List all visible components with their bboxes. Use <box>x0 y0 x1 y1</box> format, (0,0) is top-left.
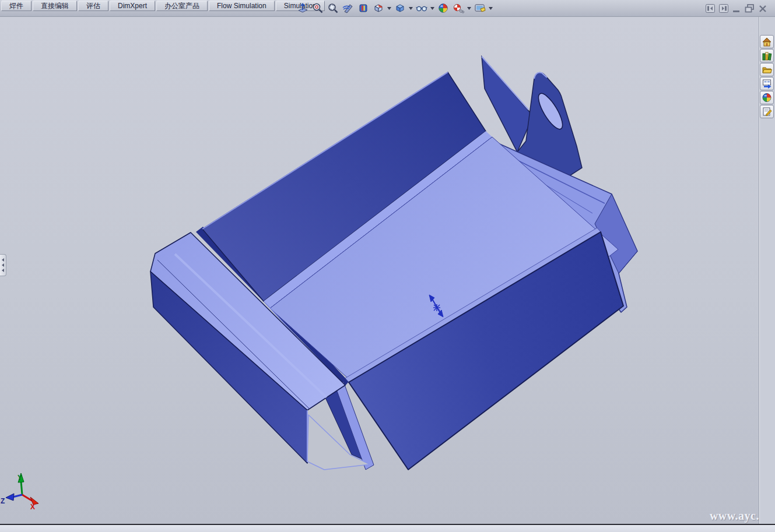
status-bar <box>0 525 775 532</box>
triad-z-label: Z <box>1 497 5 505</box>
section-view-icon[interactable] <box>357 2 370 15</box>
command-manager-bar: 焊件 直接编辑 评估 DimXpert 办公室产品 Flow Simulatio… <box>0 0 775 17</box>
design-library-icon[interactable] <box>760 49 774 62</box>
edit-appearance-dropdown-arrow[interactable] <box>467 2 471 15</box>
zoom-to-area-icon[interactable] <box>327 2 339 15</box>
feature-panel-splitter-handle[interactable] <box>0 254 6 276</box>
tab-direct-editing[interactable]: 直接编辑 <box>33 1 77 11</box>
tab-dimxpert[interactable]: DimXpert <box>110 1 155 11</box>
tab-office-products[interactable]: 办公室产品 <box>156 1 208 11</box>
ribbon-tab-bar: 焊件 直接编辑 评估 DimXpert 办公室产品 Flow Simulatio… <box>1 1 325 11</box>
edit-appearance-icon[interactable] <box>452 2 465 15</box>
previous-view-icon[interactable] <box>342 2 355 15</box>
toggle-left-panel-button[interactable] <box>706 4 715 13</box>
tab-weldments[interactable]: 焊件 <box>1 1 31 11</box>
appearances-scenes-icon[interactable] <box>760 91 774 104</box>
view-settings-icon[interactable] <box>474 2 486 15</box>
hide-show-items-dropdown-arrow[interactable] <box>430 2 434 15</box>
triad-y-label: Y <box>17 474 22 482</box>
left-arrow-icon <box>2 269 4 272</box>
window-controls <box>706 4 767 13</box>
solidworks-resources-home-icon[interactable] <box>760 35 774 48</box>
heads-up-view-toolbar <box>296 2 493 15</box>
normal-to-icon[interactable] <box>296 2 309 15</box>
minimize-button[interactable] <box>732 4 741 13</box>
tab-flow-simulation[interactable]: Flow Simulation <box>209 1 275 11</box>
custom-properties-icon[interactable] <box>760 105 774 118</box>
reference-triad: Y X Z <box>1 473 38 511</box>
display-style-icon[interactable] <box>394 2 406 15</box>
toggle-right-panel-button[interactable] <box>719 4 728 13</box>
triad-x-label: X <box>30 503 35 511</box>
close-icon[interactable] <box>759 4 767 13</box>
file-explorer-folder-icon[interactable] <box>760 63 774 76</box>
hide-show-items-icon[interactable] <box>415 2 428 15</box>
part-canvas: Y X Z <box>0 0 775 532</box>
task-pane-strip <box>759 16 775 524</box>
view-orientation-icon[interactable] <box>372 2 385 15</box>
tab-evaluate[interactable]: 评估 <box>78 1 108 11</box>
display-style-dropdown-arrow[interactable] <box>409 2 413 15</box>
restore-button[interactable] <box>745 4 755 13</box>
apply-scene-icon[interactable] <box>437 2 450 15</box>
zoom-to-fit-icon[interactable] <box>311 2 324 15</box>
view-orientation-dropdown-arrow[interactable] <box>387 2 391 15</box>
left-arrow-icon <box>2 258 4 262</box>
left-arrow-icon <box>2 263 4 267</box>
view-settings-dropdown-arrow[interactable] <box>489 2 493 15</box>
view-palette-icon[interactable] <box>760 77 774 90</box>
